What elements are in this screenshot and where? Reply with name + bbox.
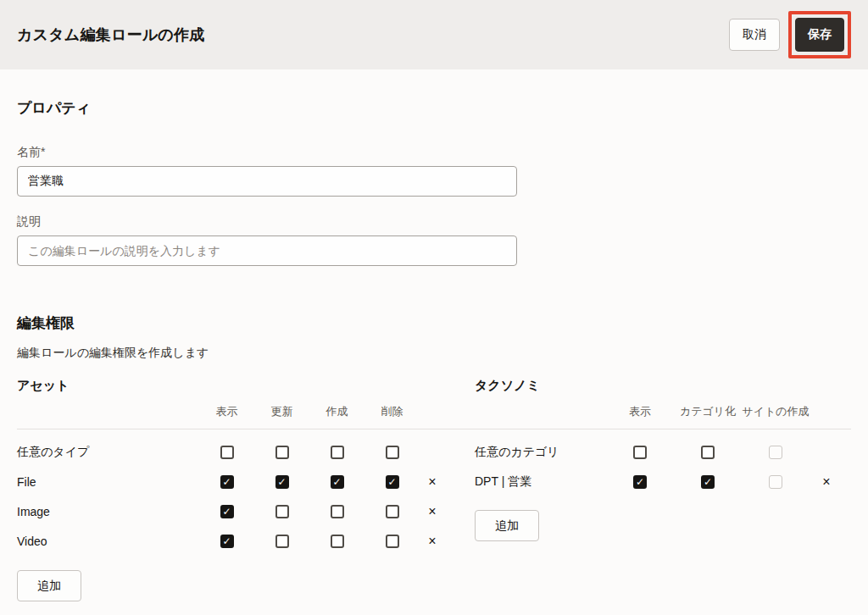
checkbox-checked[interactable]: ✓	[633, 475, 647, 489]
description-input[interactable]	[17, 235, 517, 266]
permissions-heading: 編集権限	[17, 315, 851, 332]
table-row: DPT | 営業✓✓×	[475, 467, 851, 496]
checkbox-cell: ✓	[309, 475, 364, 489]
row-label: Video	[17, 535, 199, 548]
checkbox-cell	[309, 505, 364, 518]
taxonomy-table-title: タクソノミ	[475, 376, 851, 395]
checkbox-unchecked[interactable]	[331, 505, 344, 518]
checkbox-cell	[309, 446, 364, 459]
checkbox-cell: ✓	[674, 475, 742, 489]
checkbox-checked[interactable]: ✓	[701, 475, 715, 489]
properties-heading: プロパティ	[17, 100, 851, 117]
checkbox-cell	[364, 535, 420, 548]
remove-cell: ×	[420, 533, 445, 550]
checkbox-checked[interactable]: ✓	[220, 475, 234, 489]
checkbox-checked[interactable]: ✓	[220, 505, 234, 518]
checkbox-cell: ✓	[199, 505, 254, 518]
remove-cell: ×	[810, 474, 843, 490]
column-header: 削除	[364, 404, 420, 419]
checkbox-checked[interactable]: ✓	[386, 475, 399, 489]
row-label: Image	[17, 505, 199, 518]
asset-rows: 任意のタイプFile✓✓✓✓×Image✓×Video✓×	[17, 429, 445, 556]
checkbox-cell: ✓	[199, 535, 254, 548]
checkbox-cell	[309, 535, 364, 548]
checkbox-unchecked[interactable]	[220, 446, 234, 459]
checkbox-checked[interactable]: ✓	[331, 475, 344, 489]
checkbox-unchecked[interactable]	[331, 446, 344, 459]
checkbox-cell: ✓	[254, 475, 309, 489]
description-label: 説明	[17, 213, 851, 229]
row-label: 任意のタイプ	[17, 445, 199, 460]
checkbox-cell	[254, 446, 309, 459]
checkbox-cell: ✓	[199, 475, 254, 489]
column-header: カテゴリ化	[674, 404, 742, 419]
table-row: Video✓×	[17, 526, 445, 556]
checkbox-checked[interactable]: ✓	[220, 535, 234, 548]
column-header: 表示	[606, 404, 674, 419]
asset-permissions-table: アセット 表示更新作成削除 任意のタイプFile✓✓✓✓×Image✓×Vide…	[17, 376, 445, 601]
annotation-highlight-box: 保存	[788, 11, 851, 58]
remove-cell: ×	[420, 503, 445, 520]
checkbox-cell	[364, 446, 420, 459]
taxonomy-column-headers: 表示カテゴリ化サイトの作成	[475, 395, 851, 429]
name-input[interactable]	[17, 166, 517, 197]
table-header-divider	[17, 429, 851, 429]
remove-cell: ×	[420, 474, 445, 490]
checkbox-cell	[254, 505, 309, 518]
checkbox-cell	[254, 535, 309, 548]
table-row: 任意のタイプ	[17, 437, 445, 467]
checkbox-unchecked[interactable]	[386, 535, 399, 548]
table-row: File✓✓✓✓×	[17, 467, 445, 496]
column-header: 更新	[254, 404, 309, 419]
remove-row-button[interactable]: ×	[819, 474, 833, 490]
column-header: サイトの作成	[742, 404, 810, 419]
checkbox-cell	[674, 446, 742, 459]
checkbox-unchecked[interactable]	[275, 446, 289, 459]
checkbox-unchecked[interactable]	[633, 446, 647, 459]
checkbox-checked[interactable]: ✓	[275, 475, 289, 489]
row-label: DPT | 営業	[475, 474, 606, 490]
permission-tables: アセット 表示更新作成削除 任意のタイプFile✓✓✓✓×Image✓×Vide…	[17, 376, 851, 601]
checkbox-unchecked[interactable]	[386, 505, 399, 518]
checkbox-unchecked[interactable]	[386, 446, 399, 459]
cancel-button[interactable]: 取消	[729, 19, 780, 51]
column-header: 表示	[199, 404, 254, 419]
name-label: 名前*	[17, 144, 851, 159]
checkbox-unchecked[interactable]	[275, 535, 289, 548]
page-title: カスタム編集ロールの作成	[17, 25, 204, 45]
header-actions: 取消 保存	[729, 11, 851, 58]
checkbox-cell	[364, 505, 420, 518]
checkbox-unchecked[interactable]	[701, 446, 715, 459]
row-label: File	[17, 475, 199, 489]
checkbox-cell: ✓	[364, 475, 420, 489]
remove-row-button[interactable]: ×	[425, 474, 439, 490]
table-row: 任意のカテゴリ	[475, 437, 851, 467]
taxonomy-permissions-table: タクソノミ 表示カテゴリ化サイトの作成 任意のカテゴリDPT | 営業✓✓× 追…	[475, 376, 851, 601]
header-bar: カスタム編集ロールの作成 取消 保存	[0, 0, 868, 69]
permissions-subtitle: 編集ロールの編集権限を作成します	[17, 345, 851, 360]
checkbox-disabled	[769, 475, 782, 489]
table-row: Image✓×	[17, 496, 445, 526]
taxonomy-rows: 任意のカテゴリDPT | 営業✓✓×	[475, 429, 851, 496]
save-button[interactable]: 保存	[795, 18, 844, 52]
row-label: 任意のカテゴリ	[475, 445, 606, 460]
asset-table-title: アセット	[17, 376, 445, 395]
checkbox-cell	[742, 446, 810, 459]
remove-row-button[interactable]: ×	[425, 503, 439, 520]
assets-add-button[interactable]: 追加	[17, 570, 81, 601]
checkbox-unchecked[interactable]	[275, 505, 289, 518]
checkbox-cell	[199, 446, 254, 459]
taxonomies-add-button[interactable]: 追加	[475, 510, 539, 541]
main-content: プロパティ 名前* 説明 編集権限 編集ロールの編集権限を作成します アセット …	[0, 69, 868, 601]
column-header: 作成	[309, 404, 364, 419]
checkbox-cell: ✓	[606, 475, 674, 489]
remove-row-button[interactable]: ×	[425, 533, 439, 550]
checkbox-cell	[606, 446, 674, 459]
checkbox-unchecked[interactable]	[331, 535, 344, 548]
checkbox-disabled	[769, 446, 782, 459]
checkbox-cell	[742, 475, 810, 489]
asset-column-headers: 表示更新作成削除	[17, 395, 445, 429]
